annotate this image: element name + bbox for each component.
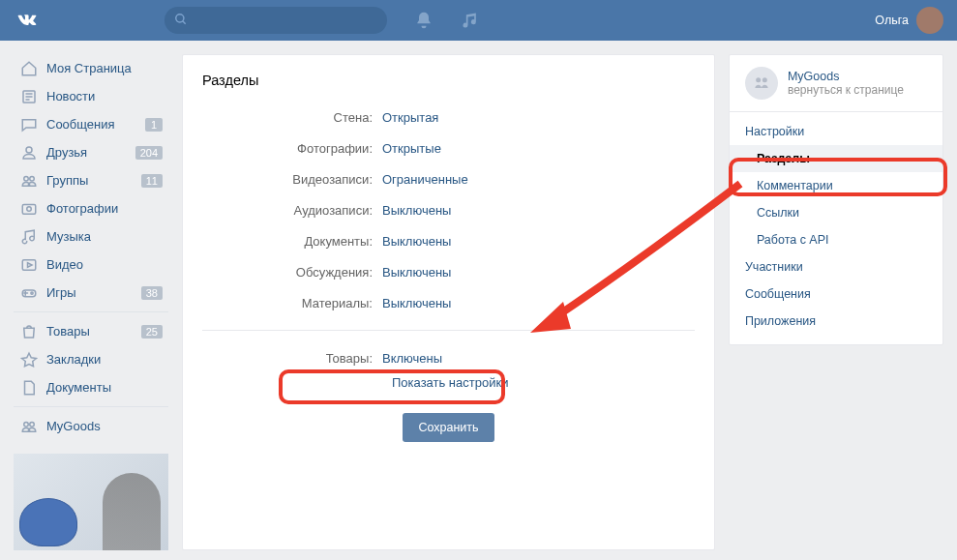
- games-icon: [19, 283, 39, 303]
- group-name: MyGoods: [788, 70, 904, 83]
- back-link-text: вернуться к странице: [788, 83, 904, 97]
- bell-icon[interactable]: [414, 11, 434, 30]
- settings-nav-kommentarii[interactable]: Комментарии: [730, 172, 942, 199]
- section-settings: Стена:ОткрытаяФотографии:ОткрытыеВидеоза…: [202, 102, 695, 318]
- music-icon[interactable]: [461, 11, 480, 30]
- right-panel: MyGoods вернуться к странице НастройкиРа…: [729, 54, 943, 345]
- nav-label: Музыка: [46, 229, 163, 244]
- nav-label: MyGoods: [46, 419, 163, 433]
- svg-rect-9: [22, 204, 36, 214]
- setting-select[interactable]: Выключены: [382, 234, 451, 249]
- svg-marker-12: [28, 262, 33, 267]
- svg-point-0: [176, 14, 184, 21]
- setting-select[interactable]: Выключены: [382, 296, 451, 310]
- groups-icon: [19, 171, 39, 191]
- settings-nav-rabota-s-api[interactable]: Работа с API: [730, 226, 942, 253]
- settings-panel: Разделы Стена:ОткрытаяФотографии:Открыты…: [182, 54, 715, 550]
- nav-item-video[interactable]: Видео: [14, 251, 168, 279]
- news-icon: [19, 87, 39, 106]
- settings-nav-uchastniki[interactable]: Участники: [730, 253, 942, 280]
- nav-item-novosti[interactable]: Новости: [14, 82, 168, 110]
- settings-nav-ssylki[interactable]: Ссылки: [730, 199, 942, 226]
- nav-item-fotografii[interactable]: Фотографии: [14, 194, 168, 222]
- group-icon: [19, 417, 39, 436]
- user-menu[interactable]: Ольга: [875, 7, 943, 34]
- left-nav: Моя СтраницаНовостиСообщения1Друзья204Гр…: [14, 54, 168, 550]
- setting-label: Аудиозаписи:: [202, 203, 382, 218]
- save-button[interactable]: Сохранить: [403, 413, 493, 442]
- setting-row: Обсуждения:Выключены: [202, 256, 695, 287]
- svg-point-18: [756, 77, 761, 82]
- svg-point-10: [27, 206, 32, 211]
- docs-icon: [19, 378, 39, 398]
- separator: [202, 330, 695, 331]
- nav-badge: 38: [141, 286, 163, 300]
- settings-nav: НастройкиРазделыКомментарииСсылкиРабота …: [730, 112, 942, 344]
- friends-icon: [19, 143, 39, 162]
- settings-nav-razdely[interactable]: Разделы: [730, 145, 942, 172]
- nav-label: Фотографии: [46, 201, 163, 216]
- setting-row: Видеозаписи:Ограниченные: [202, 163, 695, 194]
- setting-select[interactable]: Открытая: [382, 110, 438, 125]
- fav-icon: [19, 350, 39, 369]
- setting-row: Аудиозаписи:Выключены: [202, 194, 695, 225]
- msg-icon: [19, 115, 39, 134]
- nav-item-mygoods[interactable]: MyGoods: [14, 412, 168, 440]
- music-icon: [19, 227, 39, 247]
- nav-badge: 11: [141, 174, 163, 188]
- setting-row: Стена:Открытая: [202, 102, 695, 133]
- nav-label: Группы: [46, 173, 141, 188]
- nav-item-druzya[interactable]: Друзья204: [14, 138, 168, 166]
- home-icon: [19, 59, 39, 78]
- setting-select[interactable]: Выключены: [382, 203, 451, 218]
- settings-nav-prilozheniya[interactable]: Приложения: [730, 308, 942, 335]
- setting-row: Документы:Выключены: [202, 225, 695, 256]
- setting-label: Материалы:: [202, 296, 382, 310]
- nav-badge: 204: [135, 146, 163, 160]
- nav-label: Игры: [46, 285, 141, 300]
- setting-row: Фотографии:Открытые: [202, 133, 695, 163]
- topbar: Ольга: [0, 0, 957, 41]
- setting-select[interactable]: Ограниченные: [382, 172, 468, 187]
- nav-separator: [14, 311, 168, 312]
- setting-select-goods[interactable]: Включены: [382, 351, 442, 366]
- nav-item-muzyka[interactable]: Музыка: [14, 222, 168, 251]
- nav-label: Документы: [46, 380, 163, 395]
- nav-item-dokumenty[interactable]: Документы: [14, 373, 168, 401]
- svg-point-7: [24, 176, 29, 181]
- promo-block[interactable]: [14, 454, 168, 550]
- photo-icon: [19, 199, 39, 219]
- nav-item-tovary[interactable]: Товары25: [14, 317, 168, 345]
- top-icons: [414, 11, 480, 30]
- setting-row: Материалы:Выключены: [202, 287, 695, 318]
- nav-item-zakladki[interactable]: Закладки: [14, 345, 168, 373]
- market-icon: [19, 322, 39, 341]
- settings-nav-soobscheniya[interactable]: Сообщения: [730, 280, 942, 308]
- search-icon: [174, 13, 188, 29]
- svg-rect-11: [22, 259, 36, 270]
- user-name: Ольга: [875, 14, 909, 27]
- nav-item-igry[interactable]: Игры38: [14, 279, 168, 307]
- nav-item-gruppy[interactable]: Группы11: [14, 166, 168, 194]
- nav-item-moya-stranitsa[interactable]: Моя Страница: [14, 54, 168, 82]
- nav-label: Сообщения: [46, 117, 145, 132]
- group-header[interactable]: MyGoods вернуться к странице: [730, 55, 942, 111]
- nav-label: Новости: [46, 89, 163, 103]
- setting-select[interactable]: Открытые: [382, 141, 441, 156]
- svg-line-1: [183, 20, 186, 23]
- nav-label: Видео: [46, 257, 163, 272]
- setting-row-goods: Товары: Включены: [202, 342, 695, 373]
- svg-point-17: [30, 422, 35, 427]
- setting-select[interactable]: Выключены: [382, 265, 451, 280]
- vk-logo[interactable]: [14, 7, 41, 34]
- nav-label: Друзья: [46, 145, 135, 160]
- settings-nav-nastroiki[interactable]: Настройки: [730, 118, 942, 145]
- nav-separator: [14, 406, 168, 407]
- svg-point-19: [763, 77, 767, 82]
- nav-item-soobscheniya[interactable]: Сообщения1: [14, 110, 168, 138]
- nav-label: Моя Страница: [46, 61, 163, 75]
- search-input[interactable]: [164, 7, 387, 34]
- show-settings-link[interactable]: Показать настройки: [392, 375, 695, 390]
- page-title: Разделы: [202, 73, 695, 102]
- video-icon: [19, 255, 39, 275]
